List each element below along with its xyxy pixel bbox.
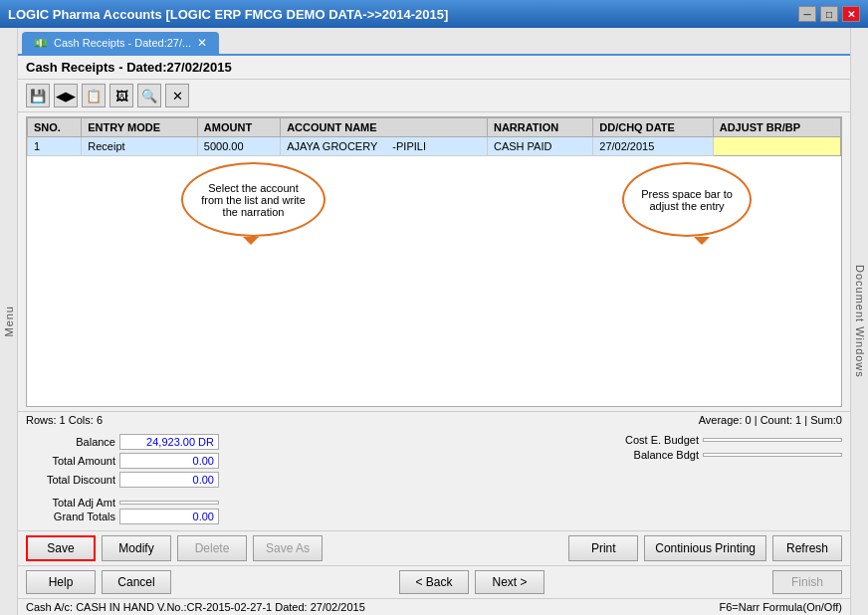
cost-budget-label: Cost E. Budget	[609, 434, 699, 446]
close-button[interactable]: ✕	[842, 6, 860, 22]
summary-left: Balance 24,923.00 DR Total Amount 0.00 T…	[26, 434, 219, 524]
copy-icon-btn[interactable]: 📋	[82, 84, 106, 107]
next-button[interactable]: Next >	[475, 570, 544, 594]
print-button[interactable]: Print	[568, 535, 638, 561]
cell-entry-mode: Receipt	[82, 137, 198, 156]
cost-budget-value	[703, 438, 842, 442]
grand-totals-row: Grand Totals 0.00	[26, 509, 219, 524]
minimize-button[interactable]: ─	[798, 6, 816, 22]
col-account-name: ACCOUNT NAME	[281, 118, 488, 137]
grand-totals-label: Grand Totals	[26, 511, 115, 522]
delete-icon-btn[interactable]: ✕	[165, 84, 189, 107]
action-buttons-row: Save Modify Delete Save As Print Contini…	[18, 530, 850, 565]
maximize-button[interactable]: □	[820, 6, 838, 22]
grand-totals-value: 0.00	[119, 509, 219, 524]
title-bar: LOGIC Pharma Accounts [LOGIC ERP FMCG DE…	[0, 0, 868, 28]
callout-account-text: Select the account from the list and wri…	[197, 182, 310, 218]
total-amount-label: Total Amount	[26, 455, 115, 467]
table-row[interactable]: 1 Receipt 5000.00 AJAYA GROCERY -PIPILI …	[28, 137, 841, 156]
cell-sno: 1	[28, 137, 82, 156]
nav-icon-btn[interactable]: ◀▶	[54, 84, 78, 107]
summary-area: Balance 24,923.00 DR Total Amount 0.00 T…	[18, 428, 850, 530]
doc-windows-panel: Document Windows	[850, 28, 868, 615]
image-icon-btn[interactable]: 🖼	[109, 84, 133, 107]
status-right: F6=Narr Formula(On/Off)	[719, 601, 842, 613]
cost-budget-row: Cost E. Budget	[609, 434, 842, 446]
cash-receipts-tab[interactable]: 💵 Cash Receipts - Dated:27/... ✕	[22, 32, 219, 54]
modify-button[interactable]: Modify	[102, 535, 171, 561]
delete-button[interactable]: Delete	[177, 535, 247, 561]
total-amount-row: Total Amount 0.00	[26, 453, 219, 469]
row-col-right: Average: 0 | Count: 1 | Sum:0	[699, 414, 842, 426]
col-entry-mode: ENTRY MODE	[82, 118, 198, 137]
row-col-info: Rows: 1 Cols: 6 Average: 0 | Count: 1 | …	[18, 411, 850, 428]
total-adj-value	[119, 501, 219, 505]
total-adj-row: Total Adj Amt	[26, 497, 219, 509]
form-header: Cash Receipts - Dated:27/02/2015	[18, 56, 850, 80]
cell-account-name: AJAYA GROCERY -PIPILI	[281, 137, 488, 156]
cell-adjust[interactable]	[713, 137, 840, 156]
form-title: Cash Receipts - Dated:27/02/2015	[26, 60, 232, 75]
refresh-button[interactable]: Refresh	[772, 535, 842, 561]
balance-label: Balance	[26, 436, 115, 448]
cell-narration: CASH PAID	[487, 137, 592, 156]
tab-label: Cash Receipts - Dated:27/...	[54, 37, 191, 49]
callout-account: Select the account from the list and wri…	[181, 162, 326, 237]
total-discount-label: Total Discount	[26, 474, 115, 486]
continuous-printing-button[interactable]: Continious Printing	[644, 535, 766, 561]
balance-row: Balance 24,923.00 DR	[26, 434, 219, 450]
main-window: Menu Document Windows 💵 Cash Receipts - …	[0, 28, 868, 615]
col-ddchq-date: DD/CHQ DATE	[593, 118, 713, 137]
col-narration: NARRATION	[487, 118, 592, 137]
save-icon-btn[interactable]: 💾	[26, 84, 50, 107]
tab-bar: 💵 Cash Receipts - Dated:27/... ✕	[18, 28, 850, 56]
entries-table: SNO. ENTRY MODE AMOUNT ACCOUNT NAME NARR…	[27, 117, 841, 156]
doc-windows-label: Document Windows	[854, 265, 866, 378]
cancel-button[interactable]: Cancel	[102, 570, 171, 594]
app-title: LOGIC Pharma Accounts [LOGIC ERP FMCG DE…	[8, 7, 448, 22]
save-as-button[interactable]: Save As	[253, 535, 323, 561]
col-amount: AMOUNT	[197, 118, 280, 137]
finish-button[interactable]: Finish	[772, 570, 842, 594]
total-discount-row: Total Discount 0.00	[26, 472, 219, 488]
col-sno: SNO.	[28, 118, 82, 137]
content-area: 💵 Cash Receipts - Dated:27/... ✕ Cash Re…	[18, 28, 850, 615]
row-col-left: Rows: 1 Cols: 6	[26, 414, 103, 426]
total-discount-value: 0.00	[119, 472, 219, 488]
balance-bdgt-label: Balance Bdgt	[609, 449, 699, 461]
balance-bdgt-row: Balance Bdgt	[609, 449, 842, 461]
side-menu-label: Menu	[3, 306, 15, 337]
col-adjust: ADJUST BR/BP	[713, 118, 840, 137]
back-button[interactable]: < Back	[399, 570, 469, 594]
balance-bdgt-value	[703, 453, 842, 457]
status-bar: Cash A/c: CASH IN HAND V.No.:CR-2015-02-…	[18, 598, 850, 615]
data-table-container: SNO. ENTRY MODE AMOUNT ACCOUNT NAME NARR…	[26, 116, 842, 407]
side-menu-panel: Menu	[0, 28, 18, 615]
nav-buttons-row: Help Cancel < Back Next > Finish	[18, 565, 850, 598]
balance-value: 24,923.00 DR	[119, 434, 219, 450]
save-button[interactable]: Save	[26, 535, 96, 561]
total-amount-value: 0.00	[119, 453, 219, 469]
search-icon-btn[interactable]: 🔍	[137, 84, 161, 107]
window-controls: ─ □ ✕	[798, 6, 860, 22]
callout-adjust-text: Press space bar to adjust the entry	[638, 188, 736, 212]
toolbar: 💾 ◀▶ 📋 🖼 🔍 ✕	[18, 80, 850, 112]
callout-adjust: Press space bar to adjust the entry	[622, 162, 752, 237]
cell-ddchq-date: 27/02/2015	[593, 137, 713, 156]
status-left: Cash A/c: CASH IN HAND V.No.:CR-2015-02-…	[26, 601, 365, 613]
tab-close-icon[interactable]: ✕	[197, 36, 207, 50]
summary-right: Cost E. Budget Balance Bdgt	[609, 434, 842, 524]
help-button[interactable]: Help	[26, 570, 96, 594]
cell-amount: 5000.00	[197, 137, 280, 156]
total-adj-label: Total Adj Amt	[26, 497, 115, 509]
